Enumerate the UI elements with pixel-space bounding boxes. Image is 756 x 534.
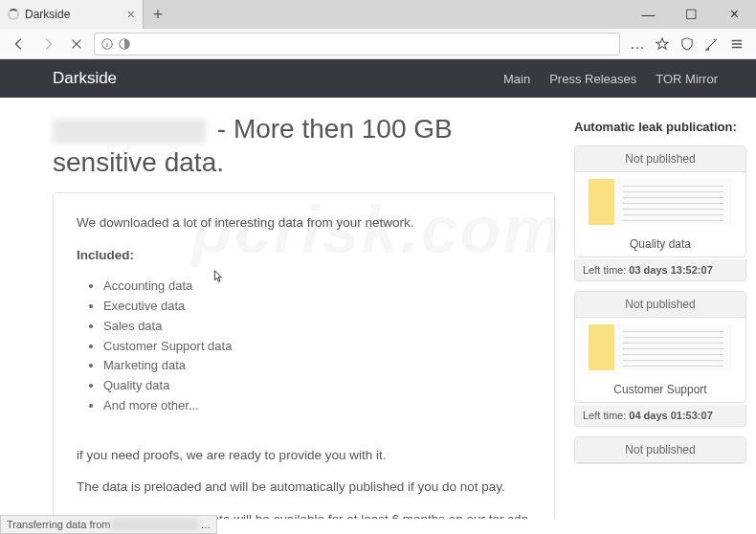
bookmark-button[interactable] [651, 33, 674, 56]
page-title: - More then 100 GB sensitive data. [53, 112, 555, 179]
nav-press-releases[interactable]: Press Releases [549, 72, 636, 86]
nav-tor-mirror[interactable]: TOR Mirror [656, 72, 718, 86]
leak-status: Not published [575, 437, 745, 463]
shield-icon [680, 37, 694, 51]
site-header: Darkside Main Press Releases TOR Mirror [0, 59, 756, 98]
list-item: Sales data [103, 317, 531, 337]
folder-preview-icon [589, 324, 731, 370]
browser-tab[interactable]: Darkside × [0, 0, 144, 29]
leak-thumbnail [575, 172, 745, 232]
timer-value: 03 days 13:52:07 [629, 264, 712, 276]
new-tab-button[interactable]: + [144, 0, 172, 29]
timer-value: 04 days 01:53:07 [629, 410, 712, 421]
proof-text: if you need proofs, we are ready to prov… [77, 445, 531, 466]
preloaded-text: The data is preloaded and will be automa… [77, 477, 531, 498]
leak-thumbnail [575, 318, 745, 377]
minimize-button[interactable]: — [627, 0, 670, 29]
data-list: Accounting data Executive data Sales dat… [103, 277, 531, 416]
status-text: Transferring data from [7, 519, 110, 530]
leak-label: Customer Support [575, 377, 745, 402]
maximize-button[interactable]: ☐ [670, 0, 713, 29]
site-brand[interactable]: Darkside [53, 69, 117, 88]
shield-button[interactable] [676, 33, 699, 56]
hamburger-icon [730, 37, 744, 51]
list-item: Accounting data [103, 277, 531, 297]
list-item: Marketing data [103, 356, 531, 376]
browser-statusbar: Transferring data from … [0, 515, 217, 534]
leak-timer: Left time: 03 days 13:52:07 [574, 259, 746, 281]
window-titlebar: Darkside × + — ☐ × [0, 0, 756, 29]
stop-button[interactable] [65, 33, 88, 56]
site-nav: Main Press Releases TOR Mirror [503, 72, 718, 86]
leak-card[interactable]: Not published [574, 436, 746, 464]
browser-toolbar: … [0, 29, 756, 59]
nav-main[interactable]: Main [503, 72, 530, 86]
leak-label: Quality data [575, 232, 745, 256]
redacted-company-name [53, 119, 206, 144]
address-bar[interactable] [94, 33, 620, 56]
leak-status: Not published [575, 292, 745, 318]
close-window-button[interactable]: × [713, 0, 756, 29]
leak-card[interactable]: Not published Quality data [574, 145, 746, 257]
sidebar: Automatic leak publication: Not publishe… [574, 112, 746, 519]
folder-preview-icon [589, 179, 731, 225]
window-controls: — ☐ × [627, 0, 756, 29]
list-item: Executive data [103, 297, 531, 317]
forward-button[interactable] [36, 33, 59, 56]
close-icon [70, 37, 83, 51]
content-card: We downloaded a lot of interesting data … [53, 192, 555, 519]
page-content: - More then 100 GB sensitive data. We do… [0, 98, 756, 519]
star-icon [656, 37, 669, 51]
leak-status: Not published [575, 146, 745, 172]
back-button[interactable] [8, 33, 31, 56]
page-actions-button[interactable]: … [626, 33, 649, 56]
sparkle-icon [705, 37, 719, 51]
info-icon [100, 37, 114, 51]
loading-spinner-icon [8, 9, 19, 20]
tab-title: Darkside [25, 8, 122, 21]
intro-text: We downloaded a lot of interesting data … [77, 212, 531, 234]
redacted-hostname [112, 519, 198, 530]
leak-section-title: Automatic leak publication: [574, 120, 746, 134]
broom-button[interactable] [700, 33, 723, 56]
leak-timer: Left time: 04 days 01:53:07 [574, 405, 746, 427]
close-tab-icon[interactable]: × [127, 7, 135, 22]
main-column: - More then 100 GB sensitive data. We do… [53, 112, 555, 519]
arrow-right-icon [41, 37, 55, 51]
list-item: Quality data [103, 376, 531, 396]
half-circle-icon [118, 37, 131, 51]
list-item: And more other... [103, 396, 531, 416]
menu-button[interactable] [725, 33, 748, 56]
included-label: Included: [77, 245, 531, 266]
arrow-left-icon [12, 37, 26, 51]
list-item: Customer Support data [103, 337, 531, 357]
leak-card[interactable]: Not published Customer Support [574, 291, 746, 403]
